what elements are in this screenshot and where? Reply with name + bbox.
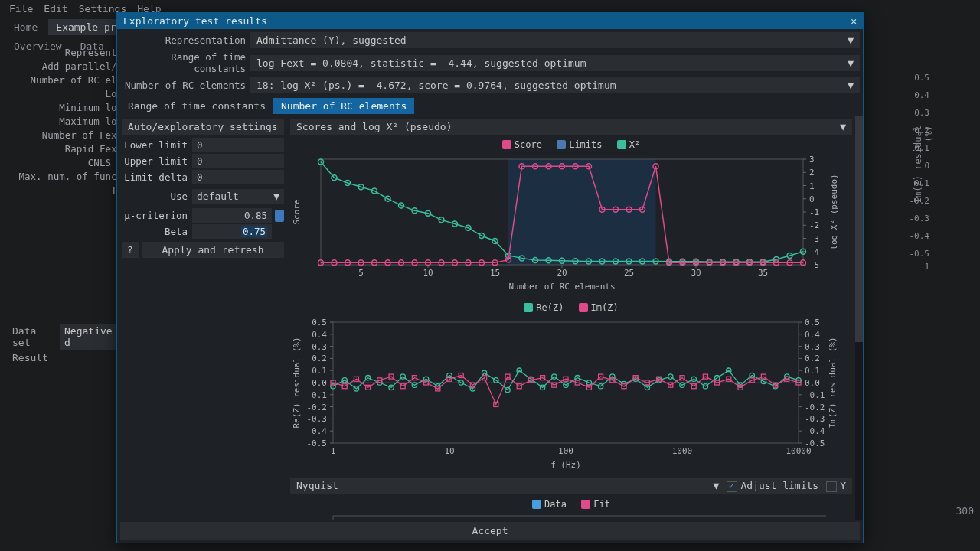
svg-text:0.3: 0.3 (312, 342, 327, 352)
svg-text:f (Hz): f (Hz) (550, 460, 581, 470)
svg-text:-5: -5 (809, 260, 819, 270)
svg-text:0.5: 0.5 (312, 318, 327, 328)
chevron-down-icon[interactable]: ▼ (714, 480, 720, 491)
plot1-svg: 5101520253035Number of RC elements-5-4-3… (290, 155, 841, 292)
axis-tick: 1 (924, 262, 929, 272)
subtab-num-rc[interactable]: Number of RC elements (273, 98, 414, 114)
settings-header: Auto/exploratory settings (122, 119, 284, 135)
svg-text:1000: 1000 (672, 446, 693, 456)
plot1-header[interactable]: Scores and log X² (pseudo) ▼ (290, 119, 852, 135)
help-button[interactable]: ? (122, 242, 139, 258)
legend-label[interactable]: Re(Z) (536, 302, 564, 313)
plot3-legend: Data Fit (290, 496, 852, 514)
legend-label[interactable]: Im(Z) (591, 302, 619, 313)
svg-text:-0.1: -0.1 (805, 390, 825, 400)
legend-label[interactable]: Limits (569, 139, 602, 150)
svg-text:0.3: 0.3 (805, 342, 820, 352)
svg-text:0.2: 0.2 (312, 354, 327, 364)
close-icon[interactable]: ✕ (851, 15, 857, 27)
accept-button[interactable]: Accept (120, 522, 860, 540)
axis-tick: 0.3 (910, 104, 930, 122)
summary-text: Admittance (Y), suggested (256, 34, 407, 46)
plot1-legend: Score Limits X² (290, 136, 852, 155)
subtab-range-tc[interactable]: Range of time constants (120, 98, 273, 114)
svg-text:Im(Z) residual (%): Im(Z) residual (%) (828, 337, 838, 428)
svg-text:0.0: 0.0 (312, 378, 327, 388)
svg-text:-0.3: -0.3 (307, 414, 328, 424)
plot3-title: Nyquist (296, 480, 338, 491)
svg-text:-0.2: -0.2 (307, 403, 328, 412)
bg-dataset-label: Data set (6, 325, 60, 348)
adjust-limits-label: Adjust limits (740, 480, 818, 491)
mu-slider[interactable] (275, 210, 284, 222)
summary-rows: Representation Admittance (Y), suggested… (117, 29, 863, 96)
svg-text:-0.4: -0.4 (805, 426, 825, 436)
legend-label[interactable]: Fit (593, 499, 610, 510)
svg-text:1: 1 (331, 446, 336, 456)
legend-swatch-data (532, 500, 541, 509)
limit-delta-input[interactable]: 0 (192, 170, 284, 184)
adjust-limits-checkbox[interactable] (727, 481, 737, 492)
legend-label[interactable]: X² (629, 139, 640, 150)
legend-swatch-score (502, 140, 511, 149)
plot2-legend: Re(Z) Im(Z) (290, 299, 852, 318)
summary-value-range-tc[interactable]: log Fext = 0.0804, statistic = -4.44, su… (250, 55, 860, 71)
use-select[interactable]: default ▼ (192, 189, 284, 204)
tab-home[interactable]: Home (6, 19, 45, 35)
chevron-down-icon: ▼ (848, 34, 854, 46)
menu-file[interactable]: File (9, 3, 33, 15)
bg-dataset-value[interactable]: Negative d (60, 324, 121, 350)
upper-limit-input[interactable]: 0 (192, 154, 284, 168)
svg-text:0.1: 0.1 (805, 366, 820, 376)
legend-swatch-re (524, 303, 533, 312)
bg-label: Minimum log (6, 102, 129, 113)
svg-text:10000: 10000 (786, 446, 811, 456)
plots-scrollbar-thumb[interactable] (855, 116, 863, 342)
bg-label: Ti (6, 184, 129, 196)
legend-swatch-fit (581, 500, 590, 509)
beta-label: Beta (122, 226, 192, 237)
legend-swatch-im (579, 303, 588, 312)
svg-text:Re(Z) residual (%): Re(Z) residual (%) (292, 337, 302, 428)
svg-text:Number of RC elements: Number of RC elements (508, 282, 615, 292)
bg-label: Add parallel/s (6, 60, 129, 72)
bg-label: Max. num. of func. (6, 171, 129, 182)
mu-label: μ-criterion (122, 210, 192, 221)
plots-scrollbar[interactable] (855, 116, 863, 520)
svg-text:0.1: 0.1 (312, 366, 327, 376)
svg-text:15: 15 (490, 268, 500, 278)
svg-text:1: 1 (809, 181, 815, 191)
plot3-svg: 140120 (290, 514, 841, 521)
apply-refresh-button[interactable]: Apply and refresh (142, 242, 284, 258)
svg-text:10: 10 (423, 268, 433, 278)
svg-text:3: 3 (809, 155, 815, 165)
lower-limit-input[interactable]: 0 (192, 138, 284, 152)
svg-text:0.0: 0.0 (805, 378, 820, 388)
menu-edit[interactable]: Edit (44, 3, 67, 15)
legend-label[interactable]: Score (514, 139, 542, 150)
plot1-title: Scores and log X² (pseudo) (296, 121, 452, 132)
legend-label[interactable]: Data (544, 499, 567, 510)
summary-value-representation[interactable]: Admittance (Y), suggested ▼ (250, 32, 860, 48)
plot3-header: Nyquist ▼ Adjust limits Y (290, 478, 852, 494)
summary-value-num-rc[interactable]: 18: log X² (ps.) = -4.672, score = 0.976… (250, 77, 860, 93)
svg-text:0.2: 0.2 (805, 354, 820, 364)
svg-text:-2: -2 (809, 220, 819, 230)
y-checkbox[interactable] (826, 481, 837, 492)
beta-input[interactable]: 0.75 (192, 224, 272, 239)
svg-text:35: 35 (758, 268, 768, 278)
summary-label-representation: Representation (120, 34, 250, 46)
svg-text:0: 0 (809, 194, 815, 204)
modal-titlebar: Exploratory test results ✕ (117, 13, 863, 29)
plot3-chart: Data Fit 140120 (290, 496, 852, 521)
mu-input[interactable]: 0.85 (192, 208, 272, 223)
svg-text:30: 30 (691, 268, 701, 278)
svg-text:10: 10 (444, 446, 454, 456)
bg-label: Log (6, 88, 129, 99)
axis-label: Im(Z) residual (%) (913, 126, 934, 214)
svg-text:0.4: 0.4 (312, 330, 327, 340)
plot2-svg: -0.5-0.5-0.4-0.4-0.3-0.3-0.2-0.2-0.1-0.1… (290, 318, 841, 471)
chevron-down-icon: ▼ (848, 57, 854, 69)
bg-label: Maximum log (6, 116, 129, 127)
bg-extra-tick: 300 (913, 505, 974, 517)
